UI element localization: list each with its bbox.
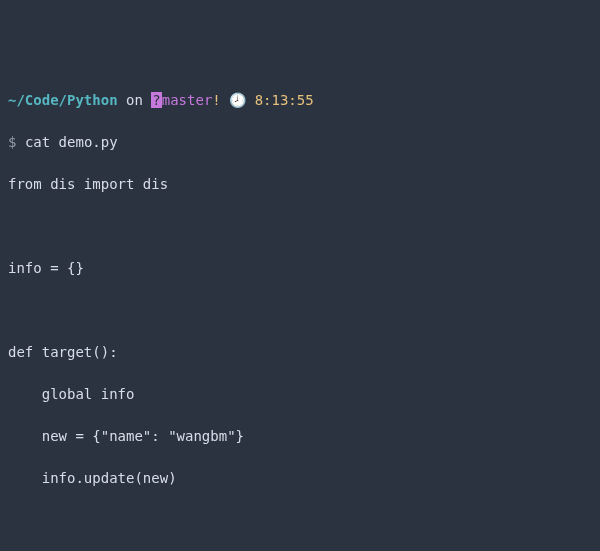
src-4	[8, 300, 592, 321]
src-3: info = {}	[8, 258, 592, 279]
src-8: info.update(new)	[8, 468, 592, 489]
src-9	[8, 510, 592, 531]
time-1: 8:13:55	[255, 92, 314, 108]
cmd-text: cat demo.py	[25, 134, 118, 150]
prompt-1: ~/Code/Python on ?master! 🕗 8:13:55	[8, 90, 592, 111]
cmd-1[interactable]: $ cat demo.py	[8, 132, 592, 153]
git-qmark: ?	[151, 92, 161, 108]
src-7: new = {"name": "wangbm"}	[8, 426, 592, 447]
on-word: on	[126, 92, 143, 108]
src-5: def target():	[8, 342, 592, 363]
git-branch: master	[162, 92, 213, 108]
cwd: ~/Code/Python	[8, 92, 118, 108]
src-6: global info	[8, 384, 592, 405]
src-1: from dis import dis	[8, 174, 592, 195]
src-2	[8, 216, 592, 237]
git-dirty: !	[212, 92, 220, 108]
clock-icon: 🕗	[229, 92, 246, 108]
ps1: $	[8, 134, 16, 150]
